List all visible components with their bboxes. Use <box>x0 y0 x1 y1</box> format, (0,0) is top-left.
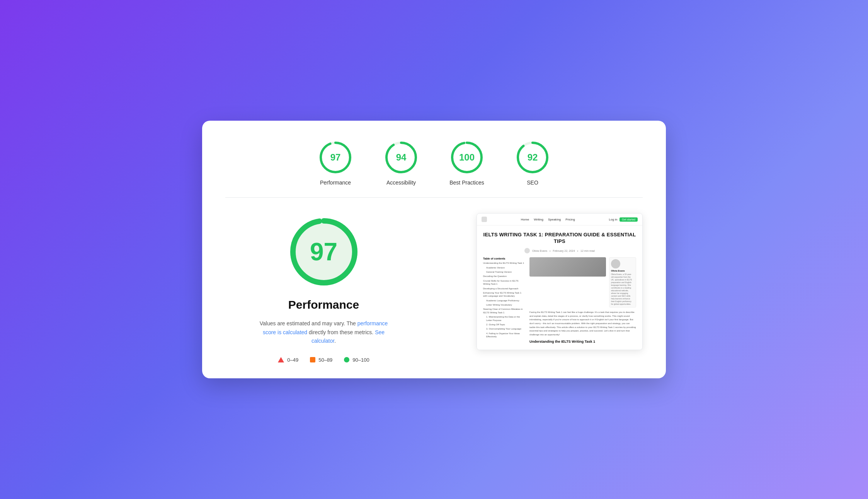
metric-circle-accessibility: 94 <box>384 140 419 175</box>
performance-title: Performance <box>288 298 359 311</box>
browser-preview: Home Writing Speaking Pricing Log in Get… <box>477 213 643 350</box>
toc-item-9[interactable]: Letter Writing Vocabulary <box>483 303 526 306</box>
author-bio: Olivia Evans, a 32-year-old copywriter f… <box>611 273 634 306</box>
metric-item-performance: 97 Performance <box>318 140 353 186</box>
performance-desc: Values are estimated and may vary. The p… <box>258 319 390 345</box>
toc-item-6[interactable]: Developing a Structured Approach <box>483 287 526 290</box>
author-name: Olivia Evans <box>532 250 547 252</box>
legend: 0–49 50–89 90–100 <box>278 357 369 363</box>
browser-nav-links: Home Writing Speaking Pricing <box>521 218 575 221</box>
metric-value-seo: 92 <box>528 152 538 163</box>
toc-item-12[interactable]: 2. Giving Off Topic <box>483 323 526 326</box>
separator2: • <box>577 250 578 252</box>
desc-suffix: . <box>334 338 336 344</box>
blog-author-box: Olivia Evans Olivia Evans, a 32-year-old… <box>609 257 636 308</box>
toc-item-10[interactable]: Steering Clear of Common Mistakes in IEL… <box>483 308 526 314</box>
toc-title: Table of contents <box>483 257 526 260</box>
blog-title: IELTS WRITING TASK 1: PREPARATION GUIDE … <box>483 232 636 245</box>
browser-logo-area <box>482 217 487 222</box>
metric-value-best-practices: 100 <box>459 152 475 163</box>
desc-prefix: Values are estimated and may vary. The <box>260 320 357 326</box>
nav-cta[interactable]: Get started <box>620 217 638 222</box>
legend-item-orange: 50–89 <box>310 357 332 363</box>
toc-item-3[interactable]: General Training Version <box>483 270 526 273</box>
orange-square-icon <box>310 357 315 362</box>
metric-label-best-practices: Best Practices <box>449 179 484 186</box>
legend-green-label: 90–100 <box>352 357 369 363</box>
metric-item-accessibility: 94 Accessibility <box>384 140 419 186</box>
separator: • <box>550 250 550 252</box>
toc-item-2[interactable]: Academic Version <box>483 266 526 269</box>
legend-red-label: 0–49 <box>287 357 298 363</box>
blog-body-text: Facing the IELTS Writing Task 1 can feel… <box>529 311 636 337</box>
large-score-circle: 97 <box>285 213 363 291</box>
metric-value-accessibility: 94 <box>396 152 407 163</box>
nav-pricing[interactable]: Pricing <box>565 218 575 221</box>
legend-orange-label: 50–89 <box>318 357 332 363</box>
toc-item-7[interactable]: Enhancing Your IELTS Writing Task 1 with… <box>483 291 526 298</box>
browser-navbar: Home Writing Speaking Pricing Log in Get… <box>477 214 642 226</box>
table-of-contents: Table of contents Understanding the IELT… <box>483 257 526 343</box>
publish-date: February 22, 2024 <box>553 250 575 252</box>
main-card: 97 Performance 94 Accessibility 100 Best <box>202 121 666 378</box>
large-score-value: 97 <box>310 238 337 266</box>
metric-circle-seo: 92 <box>515 140 550 175</box>
legend-item-red: 0–49 <box>278 357 298 363</box>
toc-item-14[interactable]: 4. Failing to Organize Your Ideas Effect… <box>483 332 526 338</box>
toc-item-5[interactable]: Crucial Skills for Success in IELTS Writ… <box>483 279 526 286</box>
toc-item-11[interactable]: 1. Misinterpreting the Data or the Lette… <box>483 315 526 322</box>
metric-label-accessibility: Accessibility <box>386 179 416 186</box>
browser-content: IELTS WRITING TASK 1: PREPARATION GUIDE … <box>477 226 642 350</box>
metric-value-performance: 97 <box>330 152 341 163</box>
blog-image-row: Olivia Evans Olivia Evans, a 32-year-old… <box>529 257 636 308</box>
site-logo <box>482 217 487 222</box>
toc-item-4[interactable]: Decoding the Question <box>483 275 526 278</box>
blog-section-heading: Understanding the IELTS Writing Task 1 <box>529 340 636 343</box>
nav-login[interactable]: Log in <box>609 218 618 221</box>
metric-label-seo: SEO <box>527 179 538 186</box>
metric-circle-best-practices: 100 <box>449 140 484 175</box>
green-circle-icon <box>344 357 349 362</box>
main-content: 97 Performance Values are estimated and … <box>225 213 643 362</box>
red-triangle-icon <box>278 357 284 362</box>
blog-body: Table of contents Understanding the IELT… <box>483 257 636 343</box>
metric-circle-performance: 97 <box>318 140 353 175</box>
metrics-row: 97 Performance 94 Accessibility 100 Best <box>225 140 643 186</box>
blog-main-image <box>529 257 606 277</box>
legend-item-green: 90–100 <box>344 357 369 363</box>
read-time: 12 min read <box>580 250 595 252</box>
toc-item-8[interactable]: Academic Language Proficiency <box>483 299 526 302</box>
author-name-box: Olivia Evans <box>611 270 625 272</box>
author-avatar-small <box>524 248 530 253</box>
metric-item-seo: 92 SEO <box>515 140 550 186</box>
toc-item-13[interactable]: 3. Overcompleting Your Language <box>483 327 526 330</box>
metric-label-performance: Performance <box>320 179 351 186</box>
divider <box>225 197 643 198</box>
toc-item-1[interactable]: Understanding the IELTS Writing Task 1 <box>483 261 526 265</box>
left-panel: 97 Performance Values are estimated and … <box>225 213 422 362</box>
metric-item-best-practices: 100 Best Practices <box>449 140 484 186</box>
nav-home[interactable]: Home <box>521 218 529 221</box>
blog-main-content: Olivia Evans Olivia Evans, a 32-year-old… <box>529 257 636 343</box>
nav-writing[interactable]: Writing <box>534 218 543 221</box>
blog-meta: Olivia Evans • February 22, 2024 • 12 mi… <box>483 248 636 253</box>
author-avatar-large <box>611 259 620 268</box>
nav-speaking[interactable]: Speaking <box>548 218 561 221</box>
desc-middle: directly from these metrics. <box>307 329 375 335</box>
